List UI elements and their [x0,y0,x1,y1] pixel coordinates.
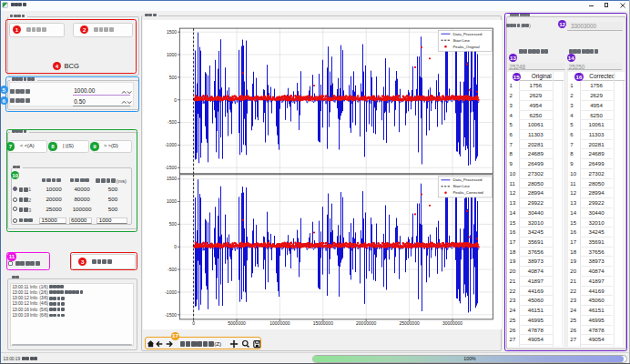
svg-text:Start Line: Start Line [453,37,471,42]
svg-text:10000000: 10000000 [269,320,290,326]
svg-text:500: 500 [169,74,178,79]
svg-text:25000000: 25000000 [399,320,419,326]
svg-text:-1500: -1500 [165,165,177,170]
svg-text:15000000: 15000000 [313,320,333,326]
svg-text:Data_Processed: Data_Processed [453,177,483,182]
svg-text:20000000: 20000000 [356,320,376,326]
svg-text:30000000: 30000000 [442,320,462,326]
svg-text:0: 0 [174,243,177,248]
svg-text:1000: 1000 [167,198,177,204]
svg-text:1000: 1000 [167,51,177,56]
svg-text:-1500: -1500 [165,311,177,317]
svg-text:-1000: -1000 [165,288,177,294]
svg-text:5000000: 5000000 [228,320,246,326]
svg-text:0: 0 [192,320,195,326]
svg-text:-500: -500 [168,119,177,125]
svg-text:Start Line: Start Line [453,184,471,188]
svg-text:1500: 1500 [167,176,177,181]
svg-text:500: 500 [169,221,178,227]
svg-text:Peaks_Original: Peaks_Original [453,44,480,48]
svg-text:-500: -500 [168,266,177,271]
svg-text:1500: 1500 [167,28,177,34]
svg-text:0: 0 [174,96,177,102]
svg-text:Data_Processed: Data_Processed [453,31,483,35]
svg-text:-1000: -1000 [165,142,177,147]
svg-text:Peaks_Corrected: Peaks_Corrected [453,190,484,195]
